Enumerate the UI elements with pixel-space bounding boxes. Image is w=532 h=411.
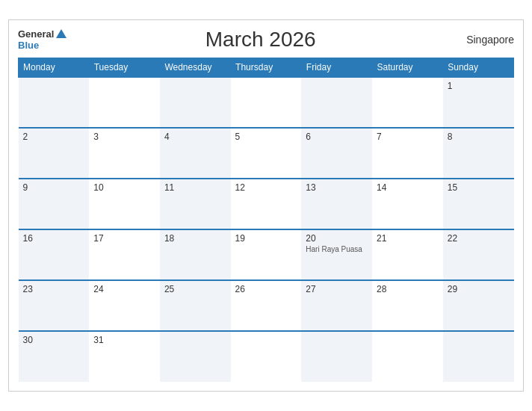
calendar-cell: 30 <box>19 331 90 382</box>
calendar-cell: 12 <box>231 179 302 229</box>
calendar-cell: 10 <box>89 179 160 229</box>
day-number: 4 <box>164 132 226 142</box>
day-number: 1 <box>448 81 510 91</box>
calendar-container: General Blue March 2026 Singapore Monday… <box>8 19 524 392</box>
day-number: 8 <box>448 132 510 142</box>
calendar-cell <box>160 77 231 128</box>
day-number: 3 <box>93 132 155 142</box>
col-header-tuesday: Tuesday <box>89 58 160 78</box>
day-number: 30 <box>23 335 85 345</box>
day-number: 22 <box>448 233 510 244</box>
calendar-cell: 1 <box>443 77 514 128</box>
calendar-header: General Blue March 2026 Singapore <box>18 28 514 52</box>
day-number: 16 <box>23 233 85 244</box>
day-number: 20 <box>306 233 368 244</box>
day-number: 2 <box>23 132 85 142</box>
calendar-cell: 28 <box>372 280 443 331</box>
calendar-cell: 5 <box>231 128 302 179</box>
calendar-cell: 24 <box>89 280 160 331</box>
calendar-cell <box>160 331 231 382</box>
day-number: 9 <box>23 182 85 193</box>
day-number: 21 <box>377 233 439 244</box>
week-row-1: 1 <box>19 77 514 128</box>
day-number: 26 <box>235 284 297 294</box>
day-number: 12 <box>235 182 297 193</box>
week-row-5: 23242526272829 <box>19 280 514 331</box>
day-number: 27 <box>306 284 368 294</box>
calendar-cell: 29 <box>443 280 514 331</box>
col-header-thursday: Thursday <box>231 58 302 78</box>
calendar-cell: 21 <box>372 229 443 280</box>
week-row-4: 1617181920Hari Raya Puasa2122 <box>19 229 514 280</box>
day-number: 23 <box>23 284 85 294</box>
calendar-cell <box>372 331 443 382</box>
calendar-table: MondayTuesdayWednesdayThursdayFridaySatu… <box>18 58 514 382</box>
calendar-cell: 3 <box>89 128 160 179</box>
calendar-cell <box>231 331 302 382</box>
week-row-6: 3031 <box>19 331 514 382</box>
calendar-cell: 8 <box>443 128 514 179</box>
calendar-cell: 14 <box>372 179 443 229</box>
col-header-wednesday: Wednesday <box>160 58 231 78</box>
logo-blue-text: Blue <box>18 40 39 51</box>
calendar-cell <box>443 331 514 382</box>
calendar-cell <box>301 331 372 382</box>
col-header-saturday: Saturday <box>372 58 443 78</box>
week-row-3: 9101112131415 <box>19 179 514 229</box>
calendar-cell: 22 <box>443 229 514 280</box>
calendar-cell <box>89 77 160 128</box>
week-row-2: 2345678 <box>19 128 514 179</box>
calendar-country: Singapore <box>454 34 514 46</box>
calendar-cell: 23 <box>19 280 90 331</box>
day-number: 24 <box>93 284 155 294</box>
logo-general-text: General <box>18 28 54 40</box>
calendar-cell: 6 <box>301 128 372 179</box>
day-number: 15 <box>448 182 510 193</box>
day-number: 31 <box>93 335 155 345</box>
calendar-cell: 7 <box>372 128 443 179</box>
calendar-cell: 2 <box>19 128 90 179</box>
col-header-sunday: Sunday <box>443 58 514 78</box>
calendar-cell: 15 <box>443 179 514 229</box>
day-number: 10 <box>93 182 155 193</box>
logo-triangle-icon <box>56 29 66 38</box>
logo: General Blue <box>18 28 66 51</box>
calendar-cell: 17 <box>89 229 160 280</box>
day-number: 17 <box>93 233 155 244</box>
calendar-cell: 31 <box>89 331 160 382</box>
day-number: 5 <box>235 132 297 142</box>
day-number: 25 <box>164 284 226 294</box>
day-number: 11 <box>164 182 226 193</box>
days-header-row: MondayTuesdayWednesdayThursdayFridaySatu… <box>19 58 514 78</box>
calendar-cell: 11 <box>160 179 231 229</box>
calendar-cell: 26 <box>231 280 302 331</box>
calendar-cell <box>231 77 302 128</box>
calendar-cell <box>301 77 372 128</box>
calendar-cell <box>372 77 443 128</box>
calendar-cell: 16 <box>19 229 90 280</box>
calendar-cell: 13 <box>301 179 372 229</box>
calendar-cell: 20Hari Raya Puasa <box>301 229 372 280</box>
col-header-friday: Friday <box>301 58 372 78</box>
calendar-cell: 4 <box>160 128 231 179</box>
calendar-cell <box>19 77 90 128</box>
calendar-cell: 18 <box>160 229 231 280</box>
day-number: 6 <box>306 132 368 142</box>
day-number: 7 <box>377 132 439 142</box>
calendar-cell: 19 <box>231 229 302 280</box>
day-number: 13 <box>306 182 368 193</box>
day-number: 14 <box>377 182 439 193</box>
day-number: 18 <box>164 233 226 244</box>
calendar-cell: 9 <box>19 179 90 229</box>
calendar-cell: 27 <box>301 280 372 331</box>
holiday-label: Hari Raya Puasa <box>306 245 368 253</box>
col-header-monday: Monday <box>19 58 90 78</box>
calendar-title: March 2026 <box>66 28 454 52</box>
day-number: 29 <box>448 284 510 294</box>
calendar-cell: 25 <box>160 280 231 331</box>
day-number: 19 <box>235 233 297 244</box>
day-number: 28 <box>377 284 439 294</box>
